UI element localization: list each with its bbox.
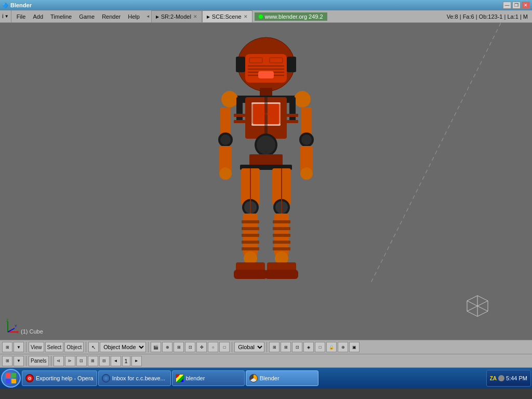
svg-line-71: [467, 301, 477, 306]
svg-text:Y: Y: [15, 324, 17, 328]
svg-point-23: [257, 136, 275, 154]
lock-icon[interactable]: 🔒: [326, 342, 337, 352]
svg-rect-82: [11, 373, 16, 378]
menu-icon-area: i ▼: [0, 10, 11, 22]
svg-rect-49: [265, 270, 298, 279]
prop-icon1[interactable]: ⊞: [269, 342, 280, 352]
panel-btn3[interactable]: ⊡: [76, 356, 87, 366]
arrow-down-icon[interactable]: ▼: [5, 14, 9, 19]
svg-rect-34: [242, 227, 259, 230]
tab-sr2-label: SR:2-Model: [161, 14, 191, 20]
info-bar: Ve:8 | Fa:6 | Ob:123-1 | La:1 | M: [443, 14, 532, 20]
prop-icon3[interactable]: ⊡: [292, 342, 302, 352]
viewport[interactable]: X Z Y (1) Cube: [0, 23, 532, 340]
panel-btn1[interactable]: ⊲: [54, 356, 64, 366]
blender-website-link[interactable]: www.blender.org 249.2: [255, 12, 327, 21]
menu-items: File Add Timeline Game Render Help: [11, 12, 145, 21]
svg-rect-40: [273, 227, 290, 230]
prop-icon5[interactable]: □: [315, 342, 325, 352]
start-button[interactable]: [1, 369, 21, 388]
global-select[interactable]: Global: [234, 342, 264, 352]
menu-add[interactable]: Add: [30, 12, 46, 21]
sep4: [232, 342, 232, 352]
magnet-btn[interactable]: ⊕: [162, 342, 172, 352]
tab-sce-label: SCE:Scene: [212, 14, 242, 20]
system-tray: ZA 5:44 PM: [486, 370, 531, 387]
svg-point-15: [294, 91, 311, 108]
panel-mode-icon[interactable]: ⊞: [2, 356, 12, 366]
taskbar-blender-active[interactable]: Blender: [246, 370, 318, 386]
svg-rect-61: [289, 97, 296, 123]
sq-snap[interactable]: □: [219, 342, 230, 352]
circle-snap[interactable]: ○: [208, 342, 218, 352]
opera-icon: O: [25, 374, 34, 382]
next-page[interactable]: ►: [131, 356, 142, 366]
ms-icon: [176, 374, 184, 382]
render-icon[interactable]: ▣: [349, 342, 360, 352]
restore-button[interactable]: ❐: [512, 2, 521, 9]
tab-sr2-model[interactable]: ▶ SR:2-Model ✕: [151, 10, 202, 22]
panel-btn2[interactable]: ⊳: [65, 356, 75, 366]
tab-sr2-close[interactable]: ✕: [193, 14, 197, 19]
minimize-button[interactable]: —: [503, 2, 511, 9]
taskbar-opera[interactable]: O Exporting help - Opera: [22, 370, 97, 386]
object-menu[interactable]: Object: [64, 342, 84, 352]
toolbar-arrow[interactable]: ▼: [14, 342, 24, 352]
svg-rect-62: [234, 114, 245, 117]
grid-snap[interactable]: ⊡: [185, 342, 195, 352]
panel-btn5[interactable]: ⊟: [99, 356, 110, 366]
tab-sce-scene[interactable]: ▶ SCE:Scene ✕: [202, 10, 252, 22]
select-menu[interactable]: Select: [45, 342, 64, 352]
svg-point-59: [300, 167, 313, 180]
menu-help[interactable]: Help: [125, 12, 143, 21]
window-title: Blender: [10, 2, 32, 8]
panels-label[interactable]: Panels: [29, 356, 49, 366]
svg-rect-41: [273, 234, 290, 237]
menu-render[interactable]: Render: [99, 12, 124, 21]
scene-btn[interactable]: 🎬: [151, 342, 161, 352]
snap-icon[interactable]: ⊞: [174, 342, 184, 352]
taskbar-blender-ms[interactable]: blender: [172, 370, 245, 386]
svg-rect-4: [270, 58, 283, 63]
sep7: [51, 356, 51, 366]
viewport-mode-icon[interactable]: ⊞: [2, 342, 12, 352]
mirror-icon[interactable]: ⊕: [338, 342, 348, 352]
svg-text:Z: Z: [6, 319, 9, 322]
svg-rect-64: [287, 114, 298, 117]
panel-btn4[interactable]: ⊞: [88, 356, 98, 366]
titlebar: 🔷 Blender — ❐ ✕: [0, 0, 532, 10]
cursor-icon[interactable]: ↖: [88, 342, 99, 352]
blender-url: www.blender.org 249.2: [265, 14, 323, 20]
tab-arrow-small2: ▶: [207, 15, 210, 19]
camera-widget: [464, 293, 490, 319]
prop-icon2[interactable]: ⊞: [281, 342, 291, 352]
svg-line-0: [371, 23, 501, 283]
svg-line-73: [477, 306, 488, 311]
svg-rect-65: [287, 120, 298, 123]
prev-page[interactable]: ◄: [111, 356, 121, 366]
menu-file[interactable]: File: [14, 12, 29, 21]
sep1: [26, 342, 26, 352]
svg-rect-9: [258, 71, 274, 78]
panel-arrow[interactable]: ▼: [14, 356, 24, 366]
svg-rect-39: [273, 220, 290, 223]
taskbar: O Exporting help - Opera Inbox for c.c.b…: [0, 368, 532, 389]
svg-line-77: [8, 328, 15, 332]
view-menu[interactable]: View: [29, 342, 44, 352]
sep3: [148, 342, 149, 352]
transform-icon[interactable]: ✜: [196, 342, 207, 352]
prop-icon4[interactable]: ◈: [303, 342, 314, 352]
camera-icon: [464, 293, 490, 319]
tab-sce-close[interactable]: ✕: [244, 14, 248, 19]
svg-text:X: X: [17, 330, 19, 334]
taskbar-thunderbird[interactable]: Inbox for c.c.beave...: [98, 370, 171, 386]
menu-timeline[interactable]: Timeline: [47, 12, 75, 21]
sep2: [86, 342, 86, 352]
object-mode-select[interactable]: Object Mode: [100, 342, 146, 352]
svg-rect-84: [11, 379, 16, 383]
svg-rect-42: [273, 241, 290, 244]
menu-game[interactable]: Game: [76, 12, 98, 21]
svg-rect-10: [236, 57, 245, 72]
close-button[interactable]: ✕: [522, 2, 530, 9]
blender-task-icon: [249, 374, 258, 382]
